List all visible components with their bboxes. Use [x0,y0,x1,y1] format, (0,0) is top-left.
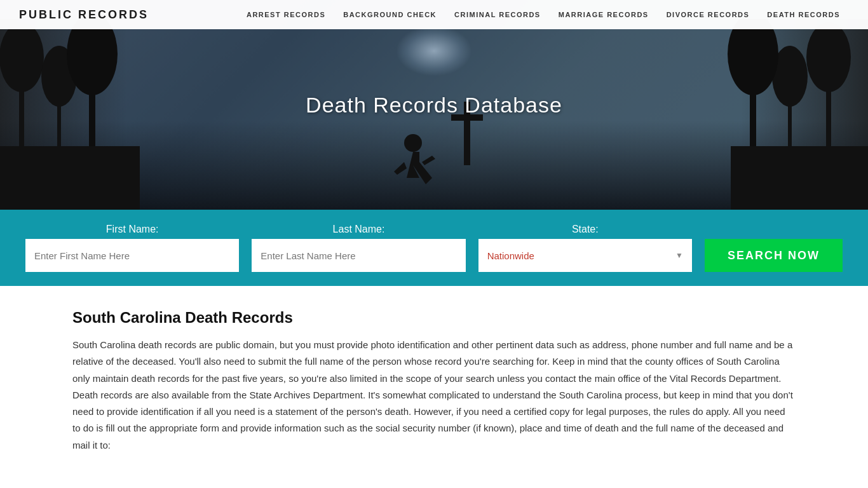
state-field: State: NationwideAlabamaAlaskaArizonaArk… [478,224,692,272]
state-select[interactable]: NationwideAlabamaAlaskaArizonaArkansasCa… [478,239,692,272]
content-heading: South Carolina Death Records [72,309,796,327]
nav-link-marriage-records[interactable]: MARRIAGE RECORDS [550,0,658,29]
nav-item-arrest-records: ARREST RECORDS [238,0,334,29]
hero-title: Death Records Database [306,93,562,118]
navbar: PUBLIC RECORDS ARREST RECORDSBACKGROUND … [0,0,868,29]
hero-orb [396,25,472,76]
first-name-input[interactable] [25,239,239,272]
nav-link-criminal-records[interactable]: CRIMINAL RECORDS [445,0,550,29]
first-name-label: First Name: [25,224,239,235]
first-name-field: First Name: [25,224,239,272]
nav-link-arrest-records[interactable]: ARREST RECORDS [238,0,334,29]
state-label: State: [478,224,692,235]
nav-link-divorce-records[interactable]: DIVORCE RECORDS [658,0,759,29]
nav-item-background-check: BACKGROUND CHECK [334,0,445,29]
nav-links: ARREST RECORDSBACKGROUND CHECKCRIMINAL R… [238,0,849,29]
content-section: South Carolina Death Records South Carol… [0,286,868,479]
search-button[interactable]: SEARCH NOW [705,239,843,272]
nav-link-background-check[interactable]: BACKGROUND CHECK [334,0,445,29]
last-name-input[interactable] [252,239,465,272]
last-name-field: Last Name: [252,224,465,272]
site-logo[interactable]: PUBLIC RECORDS [19,8,149,22]
last-name-label: Last Name: [252,224,465,235]
nav-item-divorce-records: DIVORCE RECORDS [658,0,759,29]
content-body: South Carolina death records are public … [72,337,796,454]
nav-item-criminal-records: CRIMINAL RECORDS [445,0,550,29]
nav-item-marriage-records: MARRIAGE RECORDS [550,0,658,29]
state-select-wrapper: NationwideAlabamaAlaskaArizonaArkansasCa… [478,239,692,272]
hero-section: Death Records Database [0,0,868,210]
nav-item-death-records: DEATH RECORDS [758,0,849,29]
search-bar: First Name: Last Name: State: Nationwide… [0,210,868,286]
nav-link-death-records[interactable]: DEATH RECORDS [758,0,849,29]
silhouette-bottom [0,121,868,210]
